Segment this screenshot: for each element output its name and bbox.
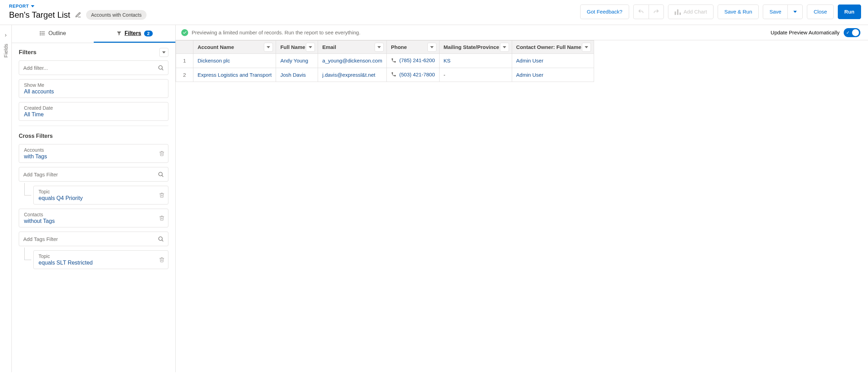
chevron-down-icon: [267, 46, 270, 48]
table-row: 1 Dickenson plc Andy Young a_young@dicke…: [176, 54, 594, 68]
col-contact-owner[interactable]: Contact Owner: Full Name: [512, 41, 594, 54]
got-feedback-button[interactable]: Got Feedback?: [580, 5, 629, 19]
col-account-name[interactable]: Account Name: [193, 41, 276, 54]
cell-account[interactable]: Dickenson plc: [193, 54, 276, 68]
report-title: Ben's Target List: [9, 10, 70, 20]
cell-phone[interactable]: (503) 421-7800: [386, 68, 439, 82]
tab-filters-label: Filters: [125, 30, 141, 36]
report-subtype-pill: Accounts with Contacts: [86, 10, 147, 20]
svg-point-3: [40, 32, 41, 32]
cross-filter-accounts[interactable]: Accounts with Tags: [19, 144, 168, 163]
trash-icon[interactable]: [159, 151, 165, 156]
cross-filter-topic-q4[interactable]: Topic equals Q4 Priority: [33, 186, 168, 204]
column-menu-button[interactable]: [582, 43, 591, 52]
filter-label: Topic: [39, 253, 163, 259]
toggle-knob: [852, 29, 859, 36]
add-chart-button[interactable]: Add Chart: [668, 5, 714, 19]
trash-icon[interactable]: [159, 257, 165, 262]
add-chart-label: Add Chart: [684, 9, 707, 15]
tab-outline[interactable]: Outline: [12, 25, 94, 43]
svg-point-5: [40, 35, 41, 35]
filter-value: All accounts: [24, 89, 163, 95]
cell-state: KS: [439, 54, 512, 68]
add-tags-filter-1[interactable]: [19, 167, 168, 182]
column-menu-button[interactable]: [375, 43, 384, 52]
col-phone[interactable]: Phone: [386, 41, 439, 54]
undo-button[interactable]: [633, 5, 649, 19]
pencil-icon[interactable]: [75, 12, 81, 18]
cell-name[interactable]: Andy Young: [276, 54, 318, 68]
row-number: 1: [176, 54, 193, 68]
undo-redo-group: [633, 5, 664, 19]
col-email[interactable]: Email: [318, 41, 387, 54]
svg-point-6: [159, 66, 162, 69]
filter-icon: [116, 31, 122, 36]
filter-label: Topic: [39, 189, 163, 194]
run-button[interactable]: Run: [838, 5, 861, 19]
add-filter-input[interactable]: [23, 65, 158, 71]
cell-account[interactable]: Express Logistics and Transport: [193, 68, 276, 82]
cell-name[interactable]: Josh Davis: [276, 68, 318, 82]
auto-preview-toggle[interactable]: ✓: [844, 28, 860, 37]
search-icon: [158, 171, 164, 177]
cell-state: -: [439, 68, 512, 82]
filter-value: equals Q4 Priority: [39, 195, 163, 201]
cell-email[interactable]: j.davis@expressl&t.net: [318, 68, 387, 82]
col-mailing-state[interactable]: Mailing State/Province: [439, 41, 512, 54]
cell-email[interactable]: a_young@dickenson.com: [318, 54, 387, 68]
cell-phone[interactable]: (785) 241-6200: [386, 54, 439, 68]
svg-line-11: [162, 240, 163, 241]
filter-created-date[interactable]: Created Date All Time: [19, 102, 168, 121]
save-dropdown-button[interactable]: [787, 5, 803, 19]
cross-filter-contacts[interactable]: Contacts without Tags: [19, 209, 168, 227]
add-tags-filter-2[interactable]: [19, 232, 168, 246]
svg-point-4: [40, 33, 41, 34]
redo-button[interactable]: [649, 5, 664, 19]
add-filter-search[interactable]: [19, 60, 168, 75]
check-circle-icon: [181, 29, 188, 36]
filters-heading: Filters: [19, 49, 36, 56]
filter-show-me[interactable]: Show Me All accounts: [19, 79, 168, 98]
outline-icon: [39, 30, 45, 36]
chart-icon: [675, 9, 681, 15]
results-table: Account Name Full Name Email Phone: [176, 40, 594, 82]
svg-point-8: [159, 172, 162, 176]
tab-filters[interactable]: Filters 2: [94, 25, 176, 43]
fields-rail[interactable]: › Fields: [0, 25, 12, 372]
search-icon: [158, 65, 164, 71]
filter-label: Contacts: [24, 212, 163, 217]
auto-preview-label: Update Preview Automatically: [771, 30, 840, 35]
svg-line-9: [162, 175, 163, 176]
add-tags-filter-input[interactable]: [23, 172, 158, 177]
save-button[interactable]: Save: [763, 5, 787, 19]
undo-icon: [638, 9, 644, 15]
row-number: 2: [176, 68, 193, 82]
column-menu-button[interactable]: [500, 43, 509, 52]
add-tags-filter-input[interactable]: [23, 236, 158, 242]
trash-icon[interactable]: [159, 192, 165, 198]
column-menu-button[interactable]: [264, 43, 273, 52]
filter-label: Accounts: [24, 147, 163, 153]
chevron-down-icon: [503, 46, 506, 48]
close-button[interactable]: Close: [807, 5, 833, 19]
check-icon: ✓: [846, 30, 850, 35]
column-menu-button[interactable]: [306, 43, 315, 52]
cross-filters-heading: Cross Filters: [19, 133, 168, 139]
divider: [19, 126, 168, 126]
cell-owner[interactable]: Admin User: [512, 54, 594, 68]
filter-label: Show Me: [24, 82, 163, 88]
report-type-dropdown[interactable]: REPORT: [9, 3, 34, 9]
col-full-name[interactable]: Full Name: [276, 41, 318, 54]
save-and-run-button[interactable]: Save & Run: [718, 5, 759, 19]
cross-filter-topic-slt[interactable]: Topic equals SLT Restricted: [33, 250, 168, 269]
filters-menu-button[interactable]: [159, 48, 168, 57]
column-menu-button[interactable]: [427, 43, 436, 52]
svg-point-10: [159, 237, 162, 241]
chevron-down-icon: [793, 11, 797, 13]
save-group: Save: [763, 5, 803, 19]
chevron-right-icon: ›: [5, 32, 7, 38]
cell-owner[interactable]: Admin User: [512, 68, 594, 82]
chevron-down-icon: [377, 46, 381, 48]
trash-icon[interactable]: [159, 215, 165, 221]
chevron-down-icon: [162, 51, 166, 53]
